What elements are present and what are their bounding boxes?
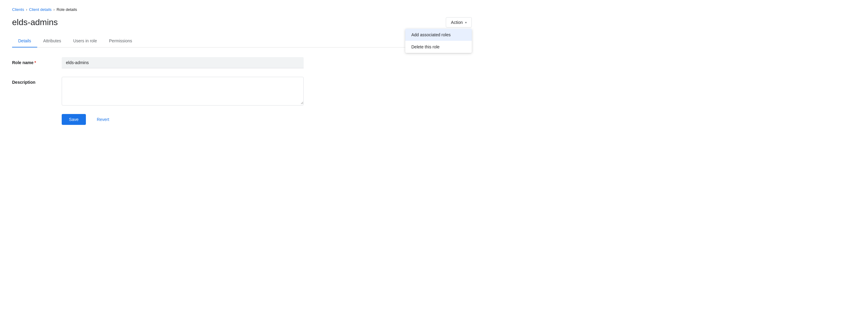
tabs-container: Details Attributes Users in role Permiss… xyxy=(12,35,472,47)
role-name-input[interactable] xyxy=(62,57,304,68)
page-header: elds-admins Action ▾ Add associated role… xyxy=(12,17,472,28)
form-section: Role name* Description Save Revert xyxy=(12,57,472,135)
dropdown-item-add-associated-roles[interactable]: Add associated roles xyxy=(405,29,472,41)
chevron-down-icon: ▾ xyxy=(465,21,467,24)
form-actions: Save Revert xyxy=(62,114,472,125)
tab-users-in-role[interactable]: Users in role xyxy=(67,35,103,47)
breadcrumb-sep-2: › xyxy=(54,7,55,12)
action-dropdown-menu: Add associated roles Delete this role xyxy=(405,29,472,53)
tab-permissions[interactable]: Permissions xyxy=(103,35,138,47)
description-textarea-wrapper xyxy=(62,77,304,105)
role-name-label: Role name* xyxy=(12,57,55,65)
save-button[interactable]: Save xyxy=(62,114,86,125)
breadcrumb-sep-1: › xyxy=(26,7,27,12)
tab-details[interactable]: Details xyxy=(12,35,37,47)
description-textarea[interactable] xyxy=(62,77,303,104)
role-name-row: Role name* xyxy=(12,57,472,68)
action-button[interactable]: Action ▾ xyxy=(446,17,472,28)
breadcrumb-client-details[interactable]: Client details xyxy=(29,7,52,12)
dropdown-item-delete-role[interactable]: Delete this role xyxy=(405,41,472,53)
page-title: elds-admins xyxy=(12,18,58,27)
required-star: * xyxy=(34,60,36,65)
action-button-wrapper: Action ▾ Add associated roles Delete thi… xyxy=(446,17,472,28)
breadcrumb-current: Role details xyxy=(57,7,77,12)
description-label: Description xyxy=(12,77,55,85)
action-button-label: Action xyxy=(451,20,463,25)
description-row: Description xyxy=(12,77,472,105)
breadcrumb: Clients › Client details › Role details xyxy=(12,7,472,12)
revert-button[interactable]: Revert xyxy=(92,114,114,125)
breadcrumb-clients[interactable]: Clients xyxy=(12,7,24,12)
tab-attributes[interactable]: Attributes xyxy=(37,35,67,47)
